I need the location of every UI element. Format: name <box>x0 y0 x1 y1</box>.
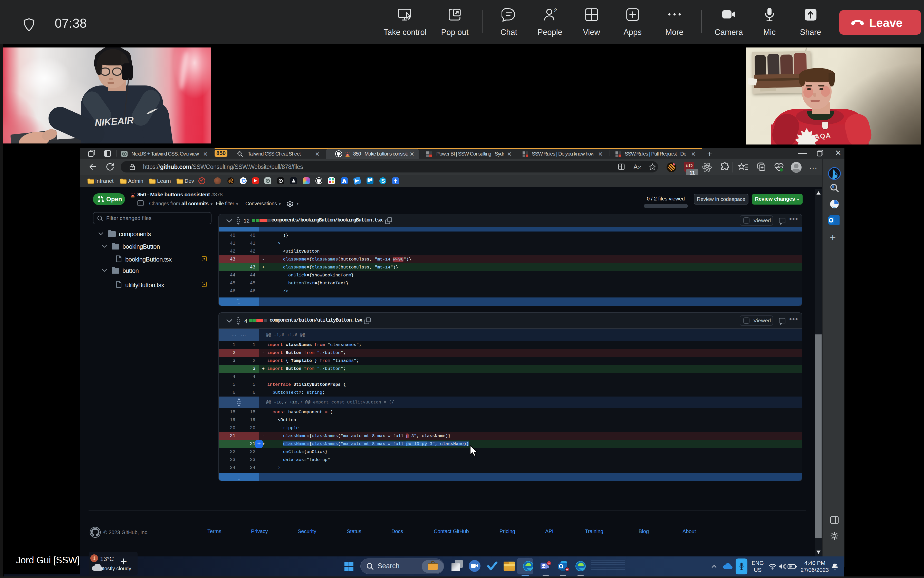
svg-text:2: 2 <box>554 7 557 14</box>
svg-text:z: z <box>835 563 837 567</box>
